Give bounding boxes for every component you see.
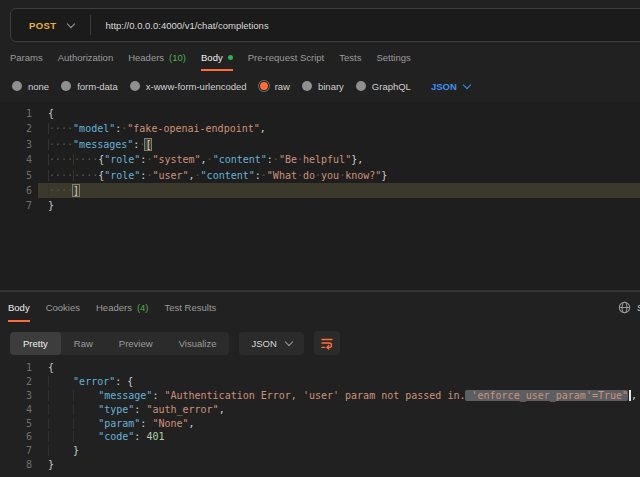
view-visualize[interactable]: Visualize [166,332,230,355]
code-line[interactable]: 4········{"role":·"system",·"content":·"… [0,152,640,167]
request-body-editor[interactable]: 1{2····"model":·"fake-openai-endpoint",3… [0,102,640,291]
radio-raw[interactable]: raw [259,81,290,92]
code-line[interactable]: 1{ [0,361,640,375]
radio-none[interactable]: none [12,81,49,92]
code-token: "messages" [73,139,133,150]
tab-pre-request-script[interactable]: Pre-request Script [248,44,325,71]
code-token: ···· [48,139,73,150]
code-line[interactable]: 5 "param": "None", [0,417,640,431]
code-token: { [48,362,54,373]
code-token: "fake-openai-endpoint" [127,123,259,134]
tab-label: Params [10,52,43,63]
code-line[interactable]: 6 "code": 401 [0,430,640,444]
response-tab-headers[interactable]: Headers (4) [96,292,149,322]
globe-icon[interactable] [618,301,631,314]
radio-label: none [28,81,49,92]
tab-settings[interactable]: Settings [376,44,410,71]
wrap-text-button[interactable] [314,331,340,355]
request-tabs: Params Authorization Headers (10) Body P… [0,44,640,71]
code-line[interactable]: 2····"model":·"fake-openai-endpoint", [0,121,640,136]
code-token: "error" [73,376,115,387]
language-label: JSON [431,81,457,92]
line-number: 5 [0,417,38,431]
code-token: "auth_error" [146,404,218,415]
code-content: ········{"role":·"system",·"content":·"B… [38,152,640,167]
code-line[interactable]: 1{ [0,106,640,121]
tab-label: Body [8,302,30,313]
code-line[interactable]: 3 "message": "Authentication Error, 'use… [0,389,640,403]
code-token: ···· [73,154,98,165]
method-selector[interactable]: POST [11,20,90,31]
view-pretty[interactable]: Pretty [10,332,61,355]
code-token: "Be [279,154,297,165]
radio-label: x-www-form-urlencoded [146,81,247,92]
tab-authorization[interactable]: Authorization [58,44,113,71]
radio-circle-icon [302,81,312,91]
code-content: } [38,458,640,472]
code-token [48,431,73,442]
code-content: ····] [38,183,640,198]
code-token [73,390,98,401]
line-number: 2 [0,121,38,136]
code-line[interactable]: 7} [0,198,640,213]
code-token: ···· [48,170,73,181]
code-token: } [48,200,54,211]
code-line[interactable]: 8} [0,458,640,472]
tab-body[interactable]: Body [201,44,233,71]
line-number: 4 [0,152,38,167]
code-line[interactable]: 7 } [0,444,640,458]
radio-x-www-form-urlencoded[interactable]: x-www-form-urlencoded [130,81,247,92]
code-token: "role" [104,154,140,165]
radio-circle-icon [12,81,22,91]
tab-params[interactable]: Params [10,44,43,71]
code-token: "Authentication Error, 'user' param not … [164,390,465,401]
line-number: 7 [0,444,38,458]
code-token: do [303,170,315,181]
radio-form-data[interactable]: form-data [61,81,118,92]
code-token [48,418,73,429]
radio-circle-icon [356,81,366,91]
code-token: "content" [201,170,255,181]
request-language-select[interactable]: JSON [431,81,470,92]
tab-headers[interactable]: Headers (10) [128,44,186,71]
line-number: 2 [0,375,38,389]
line-number: 6 [0,430,38,444]
code-token: "type" [98,404,134,415]
code-line[interactable]: 4 "type": "auth_error", [0,403,640,417]
response-tab-cookies[interactable]: Cookies [46,292,80,322]
rest-client-window: { "colors": { "accent_orange": "#ff6c37"… [0,0,640,477]
line-number: 4 [0,403,38,417]
url-input[interactable]: http://0.0.0.0:4000/v1/chat/completions [105,20,268,31]
code-token [48,376,73,387]
radio-label: GraphQL [372,81,411,92]
code-content: "param": "None", [38,417,640,431]
view-raw[interactable]: Raw [61,332,106,355]
response-body-viewer[interactable]: 1{2 "error": {3 "message": "Authenticati… [0,358,640,477]
radio-binary[interactable]: binary [302,81,344,92]
code-token: "user" [152,170,188,181]
radio-graphql[interactable]: GraphQL [356,81,411,92]
line-number: 1 [0,361,38,375]
code-token: , [219,404,225,415]
code-content: ····"messages":·[ [38,137,640,152]
code-content: "code": 401 [38,430,640,444]
divider [90,15,91,35]
response-tab-test-results[interactable]: Test Results [165,292,217,322]
code-token: , [260,123,266,134]
code-token [48,404,73,415]
response-tab-body[interactable]: Body [8,292,30,322]
code-content: { [38,361,640,375]
code-line[interactable]: 3····"messages":·[ [0,137,640,152]
code-line[interactable]: 5········{"role":·"user",·"content":·"Wh… [0,168,640,183]
radio-circle-icon [130,81,140,91]
code-line[interactable]: 2 "error": { [0,375,640,389]
response-language-select[interactable]: JSON [239,332,303,355]
code-line[interactable]: 6····] [0,183,640,198]
code-content: "message": "Authentication Error, 'user'… [38,389,640,403]
line-number: 1 [0,106,38,121]
tab-tests[interactable]: Tests [339,44,361,71]
chevron-down-icon [463,80,471,88]
code-content: } [38,444,640,458]
view-preview[interactable]: Preview [106,332,166,355]
code-token: ···· [48,123,73,134]
